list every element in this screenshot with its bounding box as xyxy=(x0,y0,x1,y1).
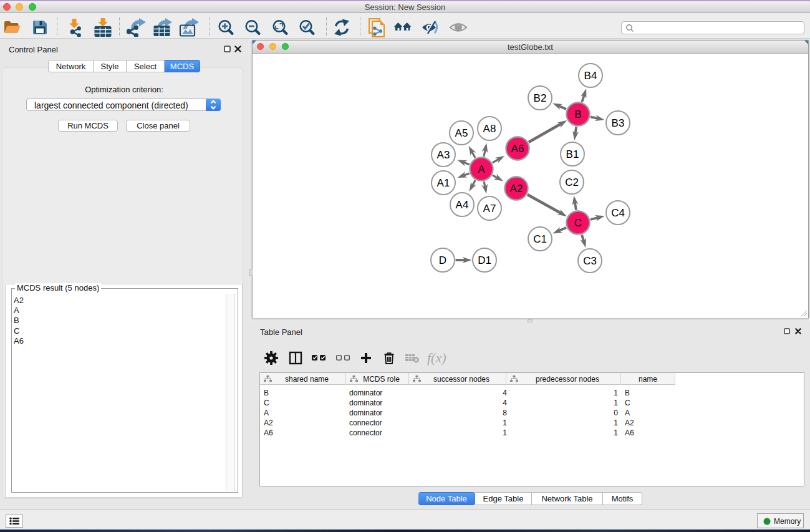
svg-text:C3: C3 xyxy=(583,255,597,267)
svg-text:C4: C4 xyxy=(611,207,625,219)
svg-text:A3: A3 xyxy=(437,149,450,161)
svg-text:A8: A8 xyxy=(483,123,496,135)
svg-text:A6: A6 xyxy=(511,143,524,155)
svg-text:B: B xyxy=(574,109,581,120)
svg-text:A: A xyxy=(478,163,485,175)
svg-text:A1: A1 xyxy=(437,177,450,189)
svg-text:B1: B1 xyxy=(566,148,579,160)
svg-text:A4: A4 xyxy=(456,199,469,211)
svg-text:B3: B3 xyxy=(612,117,625,129)
svg-text:D1: D1 xyxy=(478,254,491,266)
svg-text:D: D xyxy=(439,254,446,266)
svg-text:B2: B2 xyxy=(534,92,547,104)
svg-text:A7: A7 xyxy=(483,203,496,215)
svg-text:C1: C1 xyxy=(533,233,547,245)
svg-text:B4: B4 xyxy=(584,70,597,82)
svg-text:A2: A2 xyxy=(510,183,523,195)
svg-text:C2: C2 xyxy=(565,177,579,188)
svg-text:A5: A5 xyxy=(455,127,468,139)
svg-text:C: C xyxy=(574,217,582,229)
